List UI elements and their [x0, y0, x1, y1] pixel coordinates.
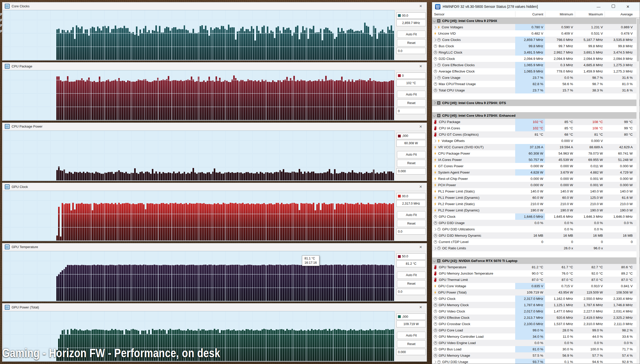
sensor-row[interactable]: Core Voltages0.780 V0.590 V1.231 V0.869 … [432, 24, 640, 30]
column-header-average[interactable]: Average [605, 11, 634, 17]
chevron-down-icon[interactable] [433, 114, 436, 117]
auto-fit-button[interactable]: Auto Fit [397, 332, 426, 339]
reset-button[interactable]: Reset [397, 39, 426, 46]
auto-fit-button[interactable]: Auto Fit [397, 211, 426, 219]
sensor-row[interactable]: PL2 Power Limit (Dynamic)190.0 W190.0 W1… [432, 207, 640, 213]
sensor-row[interactable]: GT Cores Power0.000 W0.000 W0.011 W0.000… [432, 163, 640, 169]
close-icon[interactable]: × [625, 4, 631, 10]
sensor-row[interactable]: GPU Video Engine Load0.0 %0.0 %0.0 %0.0 … [432, 340, 640, 346]
close-icon[interactable]: × [417, 4, 424, 8]
chevron-right-icon[interactable] [433, 101, 436, 104]
maximize-icon[interactable] [610, 4, 617, 9]
scale-max-box[interactable]: 50.0 [396, 253, 426, 260]
chevron-down-icon[interactable] [433, 19, 436, 22]
vertical-scrollbar[interactable] [636, 18, 639, 363]
auto-fit-button[interactable]: Auto Fit [397, 31, 426, 38]
chevron-right-icon[interactable] [433, 228, 436, 231]
sensor-row[interactable]: PCH Power0.000 W0.000 W0.001 W0.000 W [432, 182, 640, 188]
sensor-row[interactable]: CPU Package Power60.308 W54.963 W78.073 … [432, 150, 640, 157]
scrollbar-thumb[interactable] [637, 18, 639, 61]
sensor-row[interactable]: GPU Memory Junction Temperature90.0 °C76… [432, 270, 640, 277]
sensor-row[interactable]: Uncore VID0.482 V0.409 V0.531 V0.478 V [432, 30, 640, 37]
sensor-row[interactable]: Rest-of-Chip Power0.000 W0.000 W0.001 W0… [432, 176, 640, 182]
sensor-row[interactable]: GPU Memory Controller Load34.0 %11.0 %44… [432, 333, 640, 340]
column-header-maximum[interactable]: Maximum [575, 11, 605, 17]
sensor-group-header[interactable]: CPU [#0]: Intel Core Ultra 9 275HX: Enha… [432, 112, 640, 119]
sensor-row[interactable]: System Agent Power4.828 W3.679 W4.882 W4… [432, 169, 640, 176]
scale-max-box[interactable]: ,000 [396, 133, 426, 139]
reset-button[interactable]: Reset [397, 160, 426, 167]
reset-button[interactable]: Reset [397, 220, 426, 227]
sensor-row[interactable]: D2D Clock2,094.9 MHz2,094.9 MHz2,094.9 M… [432, 56, 640, 62]
column-header-sensor[interactable]: Sensor [434, 11, 444, 17]
sensor-row[interactable]: PL1 Power Limit (Dynamic)60.0 W60.0 W125… [432, 195, 640, 201]
sensor-row[interactable]: Core Usage23.7 %0.0 %98.7 %31.6 % [432, 75, 640, 81]
sensor-row[interactable]: GPU Core Load99.0 %28.0 %99.0 %98.2 % [432, 327, 640, 333]
sensor-group-header[interactable]: CPU [#0]: Intel Core Ultra 9 275HX [432, 17, 640, 24]
scale-max-box[interactable]: 0 [396, 72, 426, 79]
scale-max-box[interactable]: 00.0 [396, 12, 426, 19]
minimize-icon[interactable]: — [595, 5, 602, 9]
sensor-title-bar[interactable]: HWiNFO® 32 v8.30-5800 Sensor Status [278… [432, 2, 640, 11]
sensor-row[interactable]: Ring/LLC Clock3,491.5 MHz2,992.7 MHz3,69… [432, 49, 640, 56]
chevron-down-icon[interactable] [433, 259, 436, 262]
sensor-row[interactable]: PL2 Power Limit (Static)210.0 W210.0 W21… [432, 201, 640, 207]
chevron-right-icon[interactable] [433, 360, 436, 363]
reset-button[interactable]: Reset [397, 340, 426, 348]
sensor-row[interactable]: GPU Effective Clock2,313.7 MHz920.6 MHz2… [432, 314, 640, 321]
sensor-row[interactable]: GPU Temperature81.2 °C61.7 °C82.7 °C80.6… [432, 264, 640, 270]
sensor-row[interactable]: GPU Video Clock2,017.0 MHz1,477.0 MHz2,2… [432, 308, 640, 314]
sensor-row[interactable]: Average Effective Clock1,065.9 MHz778.0 … [432, 68, 640, 75]
sensor-row[interactable]: Bus Clock99.8 MHz99.7 MHz99.8 MHz99.8 MH… [432, 43, 640, 49]
auto-fit-button[interactable]: Auto Fit [397, 272, 426, 279]
scale-min-box[interactable]: 0 [396, 108, 426, 114]
sensor-row[interactable]: GPU Clock1,646.0 MHz1,645.6 MHz1,646.3 M… [432, 213, 640, 220]
scale-max-box[interactable]: ,000 [396, 313, 426, 320]
scale-min-box[interactable]: 0.000 [396, 168, 426, 175]
sensor-row[interactable]: Current cTDP Level0000 [432, 239, 640, 245]
reset-button[interactable]: Reset [397, 280, 426, 287]
sensor-row[interactable]: GPU Thermal Limit87.0 °C87.0 °C87.0 °C87… [432, 277, 640, 283]
sensor-row[interactable]: GPU Bus Load81.0 %30.0 %100.0 %71.7 % [432, 346, 640, 352]
graph-title-bar[interactable]: GPU Power (Total)× [2, 303, 427, 311]
sensor-group-header[interactable]: CPU [#0]: Intel Core Ultra 9 275HX: DTS [432, 100, 640, 106]
sensor-row[interactable]: GPU Crossbar Clock2,100.0 MHz1,537.0 MHz… [432, 321, 640, 327]
close-icon[interactable]: × [417, 305, 424, 309]
sensor-row[interactable]: CPU IA Cores102 °C85 °C108 °C99 °C [432, 125, 640, 131]
sensor-row[interactable]: GPU D3D Usage93.7 %0.1 %94.6 %92.8 % [432, 359, 640, 364]
auto-fit-button[interactable]: Auto Fit [397, 91, 426, 98]
chevron-right-icon[interactable] [433, 139, 436, 142]
close-icon[interactable]: × [417, 245, 424, 249]
scale-max-box[interactable]: 00.0 [396, 193, 426, 199]
close-icon[interactable]: × [417, 184, 424, 189]
sensor-row[interactable]: Total CPU Usage23.7 %15.7 %38.3 %31.6 % [432, 87, 640, 93]
graph-title-bar[interactable]: CPU Package× [2, 62, 427, 70]
auto-fit-button[interactable]: Auto Fit [397, 151, 426, 158]
chevron-right-icon[interactable] [433, 38, 436, 41]
sensor-row[interactable]: OC Ratio Limits26.0 x96.0 x [432, 245, 640, 251]
sensor-row[interactable]: GPU Clock2,317.0 MHz1,162.0 MHz2,550.0 M… [432, 296, 640, 302]
column-header-current[interactable]: Current [515, 11, 545, 17]
graph-title-bar[interactable]: GPU Temperature× [2, 243, 427, 251]
sensor-row[interactable]: CPU Package102 °C85 °C108 °C99 °C [432, 119, 640, 125]
sensor-row[interactable]: GPU D3D Memory Dynamic16 MB16 MB16 MB16 … [432, 232, 640, 239]
sensor-row[interactable]: VR VCC Current (SVID IOUT)37.126 A19.594… [432, 144, 640, 150]
scale-min-box[interactable]: 0.0 [396, 48, 426, 54]
sensor-row[interactable]: Max CPU/Thread Usage82.8 %58.6 %98.7 %81… [432, 81, 640, 87]
reset-button[interactable]: Reset [397, 99, 426, 107]
scale-min-box[interactable]: 0.000 [396, 349, 426, 355]
sensor-row[interactable]: GPU Memory Usage57.5 %56.9 %57.7 %57.4 % [432, 352, 640, 359]
sensor-row[interactable]: PL1 Power Limit (Static)140.0 W140.0 W14… [432, 188, 640, 195]
scale-min-box[interactable]: 0.0 [396, 289, 426, 295]
chevron-right-icon[interactable] [433, 64, 436, 66]
sensor-group-header[interactable]: GPU [#2]: NVIDIA GeForce RTX 5070 Ti Lap… [432, 257, 640, 264]
sensor-row[interactable]: GPU D3D Usage0.0 %0.0 %0.0 %0.0 % [432, 220, 640, 226]
chevron-right-icon[interactable] [433, 26, 436, 29]
sensor-row[interactable]: GPU D3D Utilizations0.0 %0.0 % [432, 226, 640, 232]
sensor-row[interactable]: GPU Power (Total)109.719 W43.954 W119.50… [432, 289, 640, 296]
sensor-row[interactable]: IA Cores Power50.757 W45.539 W69.955 W51… [432, 157, 640, 163]
scale-min-box[interactable]: 0.0 [396, 228, 426, 235]
graph-title-bar[interactable]: Core Clocks× [2, 2, 427, 10]
chevron-right-icon[interactable] [433, 247, 436, 250]
graph-title-bar[interactable]: GPU Clock× [2, 183, 427, 191]
